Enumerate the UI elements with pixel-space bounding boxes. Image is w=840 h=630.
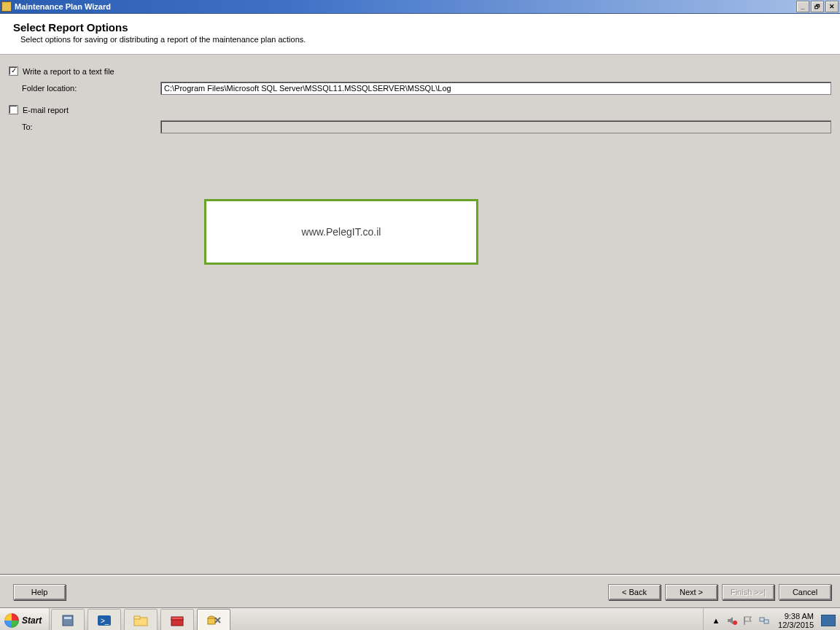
tray-date-text: 12/3/2015: [778, 621, 814, 629]
help-button[interactable]: Help: [13, 584, 66, 600]
close-button[interactable]: ✕: [825, 1, 839, 12]
title-bar: Maintenance Plan Wizard _ 🗗 ✕: [0, 0, 840, 14]
svg-rect-9: [208, 618, 215, 624]
folder-location-row: Folder location:: [22, 82, 831, 95]
folder-icon: [133, 613, 149, 628]
start-label: Start: [22, 615, 42, 626]
taskbar: Start >_ ▲: [0, 607, 840, 630]
cancel-button[interactable]: Cancel: [779, 584, 831, 600]
app-icon: [1, 1, 12, 12]
svg-rect-1: [64, 617, 71, 619]
minimize-button[interactable]: _: [796, 1, 809, 12]
window-title: Maintenance Plan Wizard: [15, 2, 795, 11]
start-button[interactable]: Start: [0, 608, 50, 630]
taskbar-item-server-manager[interactable]: [51, 609, 85, 631]
ssms-icon: [206, 613, 222, 628]
svg-rect-5: [134, 616, 140, 619]
page-subtitle: Select options for saving or distributin…: [20, 35, 827, 44]
write-report-row: Write a report to a text file: [9, 66, 831, 76]
taskbar-item-explorer[interactable]: [124, 609, 158, 631]
taskbar-item-toolbox[interactable]: [160, 609, 194, 631]
svg-rect-7: [171, 617, 183, 620]
toolbox-icon: [169, 613, 185, 628]
taskbar-items: >_: [50, 608, 232, 630]
svg-rect-12: [764, 620, 769, 623]
to-row: To:: [22, 120, 831, 133]
windows-orb-icon: [4, 613, 19, 628]
tray-time-text: 9:38 AM: [778, 612, 814, 621]
folder-location-label: Folder location:: [22, 84, 160, 93]
tray-clock[interactable]: 9:38 AM 12/3/2015: [778, 612, 814, 629]
svg-rect-11: [760, 618, 764, 621]
window-controls: _ 🗗 ✕: [795, 1, 839, 12]
write-report-checkbox[interactable]: [9, 66, 18, 76]
system-tray: ▲ 9:38 AM 12/3/2015: [703, 608, 840, 630]
back-button[interactable]: < Back: [608, 584, 661, 600]
email-report-row: E-mail report: [9, 105, 831, 114]
email-report-checkbox[interactable]: [9, 105, 18, 114]
email-report-label: E-mail report: [23, 106, 69, 114]
watermark-box: www.PelegIT.co.il: [204, 199, 478, 265]
page-title: Select Report Options: [13, 21, 827, 34]
tray-chevron-icon[interactable]: ▲: [710, 615, 722, 626]
to-input: [160, 120, 831, 133]
to-label: To:: [22, 122, 160, 131]
powershell-icon: >_: [96, 613, 112, 628]
wizard-body: Write a report to a text file Folder loc…: [0, 55, 840, 574]
server-icon: [60, 613, 76, 628]
next-button[interactable]: Next >: [665, 584, 718, 600]
taskbar-item-ssms[interactable]: [197, 609, 230, 631]
watermark-text: www.PelegIT.co.il: [302, 226, 381, 238]
tray-flag-icon[interactable]: [742, 615, 754, 626]
taskbar-item-powershell[interactable]: >_: [88, 609, 121, 631]
svg-point-10: [733, 621, 737, 625]
show-desktop-icon[interactable]: [821, 615, 836, 626]
wizard-footer: Help < Back Next > Finish >>| Cancel: [0, 575, 840, 607]
restore-button[interactable]: 🗗: [811, 1, 824, 12]
wizard-header: Select Report Options Select options for…: [0, 14, 840, 55]
tray-volume-icon[interactable]: [726, 615, 738, 626]
svg-text:>_: >_: [101, 617, 109, 625]
write-report-label: Write a report to a text file: [23, 67, 114, 76]
finish-button: Finish >>|: [722, 584, 774, 600]
folder-location-input[interactable]: [160, 82, 831, 95]
tray-network-icon[interactable]: [758, 615, 770, 626]
